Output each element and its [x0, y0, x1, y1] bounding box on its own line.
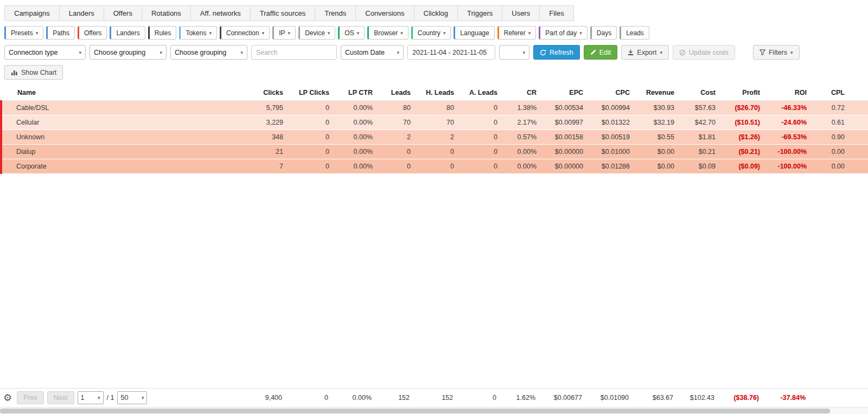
filter-button-browser[interactable]: Browser▾ [367, 26, 409, 40]
cell-cr: 2.17% [503, 115, 542, 130]
tab-campaigns[interactable]: Campaigns [4, 5, 60, 21]
tab-landers[interactable]: Landers [59, 5, 104, 21]
filters-button[interactable]: Filters ▾ [753, 45, 800, 60]
cell-revenue: $0.00 [635, 159, 680, 174]
horizontal-scrollbar-thumb[interactable] [0, 409, 830, 413]
cell-cr: 0.00% [503, 159, 542, 174]
column-header-cost[interactable]: Cost [680, 85, 721, 101]
tab-aff-networks[interactable]: Aff. networks [190, 5, 251, 21]
cell-h-leads: 0 [416, 145, 459, 159]
content-spacer [0, 174, 868, 388]
column-header-lp-clicks[interactable]: LP Clicks [289, 85, 335, 101]
column-header-lp-ctr[interactable]: LP CTR [335, 85, 378, 101]
tab-files[interactable]: Files [539, 5, 573, 21]
prev-page-button[interactable]: Prev [17, 391, 44, 404]
page-select[interactable]: 1 ▾ [78, 391, 104, 404]
filter-button-presets[interactable]: Presets▾ [4, 26, 43, 40]
cell-name: Unknown [1, 130, 248, 145]
column-header-name[interactable]: Name [1, 85, 248, 101]
column-header-h-leads[interactable]: H. Leads [416, 85, 459, 101]
column-header-epc[interactable]: EPC [542, 85, 589, 101]
column-header-revenue[interactable]: Revenue [635, 85, 680, 101]
filter-button-device[interactable]: Device▾ [298, 26, 335, 40]
cell-cost: $42.70 [680, 115, 721, 130]
table-row[interactable]: Corporate700.00%0000.00%$0.00000$0.01286… [1, 159, 868, 174]
table-row[interactable]: Unknown34800.00%2200.57%$0.00158$0.00519… [1, 130, 868, 145]
totals-table: ⚙ Prev Next 1 ▾ / 1 50 ▾ 9,40000.00%1521… [0, 388, 868, 407]
total-lp-clicks: 0 [288, 389, 334, 407]
export-button[interactable]: Export ▾ [621, 45, 669, 60]
filter-button-rules[interactable]: Rules [148, 26, 177, 40]
chevron-down-icon: ▾ [209, 30, 212, 36]
timezone-select[interactable]: ▾ [499, 45, 529, 60]
table-row[interactable]: Cellular3,22900.00%707002.17%$0.00997$0.… [1, 115, 868, 130]
filter-button-paths[interactable]: Paths [46, 26, 75, 40]
tab-users[interactable]: Users [502, 5, 540, 21]
filter-button-ip[interactable]: IP▾ [272, 26, 296, 40]
edit-button[interactable]: Edit [584, 45, 618, 60]
cell-roi: -69.53% [765, 130, 812, 145]
tab-rotations[interactable]: Rotations [142, 5, 191, 21]
tab-offers[interactable]: Offers [104, 5, 142, 21]
column-header-leads[interactable]: Leads [378, 85, 416, 101]
filter-button-country[interactable]: Country▾ [411, 26, 451, 40]
filter-funnel-icon [760, 49, 765, 55]
total-leads: 152 [377, 389, 415, 407]
table-row[interactable]: Cable/DSL5,79500.00%808001.38%$0.00534$0… [1, 101, 868, 115]
filter-button-part-of-day[interactable]: Part of day▾ [539, 26, 588, 40]
filter-button-referer[interactable]: Referer▾ [497, 26, 537, 40]
cell-cpc: $0.01000 [589, 145, 635, 159]
filter-button-os[interactable]: OS▾ [338, 26, 365, 40]
date-range-input[interactable] [407, 45, 495, 60]
show-chart-button[interactable]: Show Chart [4, 65, 63, 80]
cell-epc: $0.00158 [542, 130, 589, 145]
cell-name: Cable/DSL [1, 101, 248, 115]
column-header-a-leads[interactable]: A. Leads [459, 85, 503, 101]
table-row[interactable]: Dialup2100.00%0000.00%$0.00000$0.01000$0… [1, 145, 868, 159]
chevron-down-icon: ▾ [262, 30, 265, 36]
cell-epc: $0.00534 [542, 101, 589, 115]
filter-button-label: Offers [84, 29, 101, 37]
filter-button-label: Paths [53, 29, 69, 37]
edit-button-label: Edit [599, 49, 611, 56]
column-header-cr[interactable]: CR [503, 85, 542, 101]
per-page-select[interactable]: 50 ▾ [117, 391, 147, 404]
date-mode-select-value: Custom Date [345, 49, 385, 56]
search-input[interactable] [251, 45, 337, 60]
column-header-cpl[interactable]: CPL [812, 85, 868, 101]
total-a-leads: 0 [458, 389, 502, 407]
next-page-button[interactable]: Next [47, 391, 74, 404]
filter-button-offers[interactable]: Offers [78, 26, 107, 40]
column-header-cpc[interactable]: CPC [589, 85, 635, 101]
tab-triggers[interactable]: Triggers [457, 5, 502, 21]
tab-clicklog[interactable]: Clicklog [414, 5, 458, 21]
tab-traffic-sources[interactable]: Traffic sources [250, 5, 316, 21]
tab-conversions[interactable]: Conversions [355, 5, 414, 21]
cell-revenue: $30.93 [635, 101, 680, 115]
date-mode-select[interactable]: Custom Date ▾ [341, 45, 404, 60]
filter-button-landers[interactable]: Landers [110, 26, 145, 40]
grouping-select-2[interactable]: Choose grouping ▾ [170, 45, 247, 60]
column-header-profit[interactable]: Profit [721, 85, 765, 101]
column-header-clicks[interactable]: Clicks [248, 85, 289, 101]
total-epc: $0.00677 [541, 389, 588, 407]
filter-button-label: Browser [374, 29, 398, 37]
gear-icon[interactable]: ⚙ [3, 393, 12, 403]
filter-button-tokens[interactable]: Tokens▾ [179, 26, 217, 40]
tab-trends[interactable]: Trends [315, 5, 356, 21]
cell-a-leads: 0 [459, 101, 503, 115]
report-type-select[interactable]: Connection type ▾ [4, 45, 86, 60]
filter-button-connection[interactable]: Connection▾ [220, 26, 270, 40]
update-costs-button[interactable]: Update costs [673, 45, 735, 60]
refresh-button-label: Refresh [550, 49, 573, 56]
refresh-button[interactable]: Refresh [533, 45, 580, 60]
filter-button-language[interactable]: Language [454, 26, 494, 40]
cell-clicks: 5,795 [248, 101, 289, 115]
total-lp-ctr: 0.00% [334, 389, 377, 407]
cell-lp-ctr: 0.00% [335, 101, 378, 115]
filter-button-leads[interactable]: Leads [620, 26, 649, 40]
column-header-roi[interactable]: ROI [765, 85, 812, 101]
cell-cpc: $0.00994 [589, 101, 635, 115]
grouping-select-1[interactable]: Choose grouping ▾ [90, 45, 167, 60]
filter-button-days[interactable]: Days [590, 26, 617, 40]
